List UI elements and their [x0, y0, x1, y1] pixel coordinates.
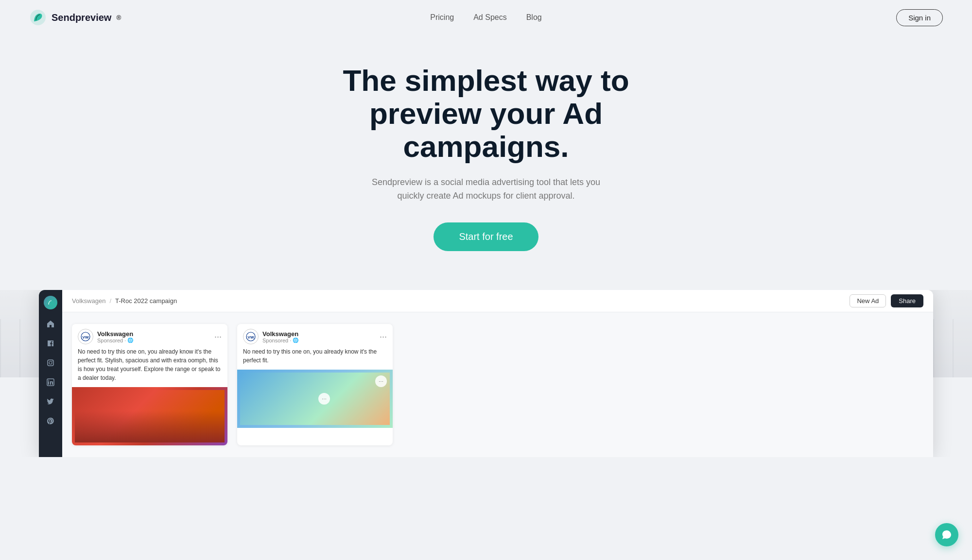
sidebar-avatar — [44, 296, 57, 309]
globe-icon-1: 🌐 — [127, 338, 133, 343]
app-layout: Volkswagen / T-Roc 2022 campaign New Ad … — [39, 290, 933, 457]
ad-card-1: VW Volkswagen Sponsored · 🌐 — [72, 324, 227, 445]
ad-card-2: VW Volkswagen Sponsored · 🌐 — [237, 324, 393, 445]
svg-rect-2 — [48, 360, 53, 366]
ad-menu-1[interactable]: ··· — [214, 332, 222, 342]
vw-logo-1: VW — [78, 329, 93, 344]
vw-logo-2: VW — [243, 329, 259, 344]
ad-image-1 — [72, 387, 227, 445]
ad-card-1-header: VW Volkswagen Sponsored · 🌐 — [72, 324, 227, 347]
globe-icon-2: 🌐 — [293, 338, 298, 343]
svg-rect-6 — [48, 381, 49, 385]
preview-section: Volkswagen / T-Roc 2022 campaign New Ad … — [0, 290, 972, 457]
img-badge-1[interactable]: ⋯ — [375, 375, 387, 387]
svg-point-1 — [47, 299, 54, 306]
ad-body-text-1: No need to try this one on, you already … — [72, 347, 227, 387]
brand-info-2: Volkswagen Sponsored · 🌐 — [262, 330, 298, 343]
cta-button[interactable]: Start for free — [434, 222, 538, 251]
ad-card-2-header: VW Volkswagen Sponsored · 🌐 — [237, 324, 393, 347]
ad-brand-1: VW Volkswagen Sponsored · 🌐 — [78, 329, 133, 344]
hero-subtitle: Sendpreview is a social media advertisin… — [364, 175, 608, 204]
brand-info-1: Volkswagen Sponsored · 🌐 — [97, 330, 133, 343]
svg-point-7 — [48, 380, 49, 381]
app-topbar: Volkswagen / T-Roc 2022 campaign New Ad … — [62, 290, 933, 312]
breadcrumb-campaign: T-Roc 2022 campaign — [115, 297, 177, 305]
hero-title: The simplest way to preview your Ad camp… — [292, 64, 680, 164]
ad-brand-name-1: Volkswagen — [97, 330, 133, 338]
navbar: Sendpreview ® Pricing Ad Specs Blog Sign… — [0, 0, 972, 35]
hero-section: The simplest way to preview your Ad camp… — [0, 35, 972, 271]
img-badge-2[interactable]: ⋯ — [318, 393, 330, 405]
logo-icon — [29, 9, 47, 26]
logo[interactable]: Sendpreview ® — [29, 9, 121, 26]
svg-text:VW: VW — [83, 335, 89, 339]
ad-menu-2[interactable]: ··· — [380, 332, 387, 342]
nav-ad-specs[interactable]: Ad Specs — [473, 13, 506, 22]
nav-links: Pricing Ad Specs Blog — [430, 13, 541, 22]
ad-brand-2: VW Volkswagen Sponsored · 🌐 — [243, 329, 298, 344]
ad-image-2: ⋯ ⋯ — [237, 370, 393, 428]
svg-text:VW: VW — [248, 335, 254, 339]
ad-brand-name-2: Volkswagen — [262, 330, 298, 338]
ad-body-text-2: No need to try this one on, you already … — [237, 347, 393, 370]
app-sidebar — [39, 290, 62, 457]
signin-button[interactable]: Sign in — [896, 9, 943, 26]
sidebar-facebook-icon[interactable] — [46, 339, 55, 348]
brand-trademark: ® — [116, 14, 121, 21]
sidebar-instagram-icon[interactable] — [46, 358, 55, 368]
sidebar-twitter-icon[interactable] — [46, 397, 55, 407]
nav-blog[interactable]: Blog — [526, 13, 542, 22]
app-main: Volkswagen / T-Roc 2022 campaign New Ad … — [62, 290, 933, 457]
svg-point-4 — [52, 361, 53, 362]
breadcrumb-company: Volkswagen — [72, 297, 105, 305]
ad-sponsored-2: Sponsored · 🌐 — [262, 338, 298, 343]
app-content: VW Volkswagen Sponsored · 🌐 — [62, 312, 933, 457]
breadcrumb: Volkswagen / T-Roc 2022 campaign — [72, 297, 177, 305]
sidebar-home-icon[interactable] — [46, 319, 55, 329]
sidebar-pinterest-icon[interactable] — [46, 416, 55, 426]
new-ad-button[interactable]: New Ad — [850, 294, 886, 307]
ad-sponsored-1: Sponsored · 🌐 — [97, 338, 133, 343]
nav-pricing[interactable]: Pricing — [430, 13, 454, 22]
svg-point-3 — [49, 361, 52, 364]
brand-name: Sendpreview — [52, 12, 111, 23]
breadcrumb-separator: / — [109, 297, 111, 305]
topbar-actions: New Ad Share — [850, 294, 923, 307]
sidebar-linkedin-icon[interactable] — [46, 377, 55, 387]
share-button[interactable]: Share — [891, 294, 923, 307]
app-window: Volkswagen / T-Roc 2022 campaign New Ad … — [39, 290, 933, 457]
